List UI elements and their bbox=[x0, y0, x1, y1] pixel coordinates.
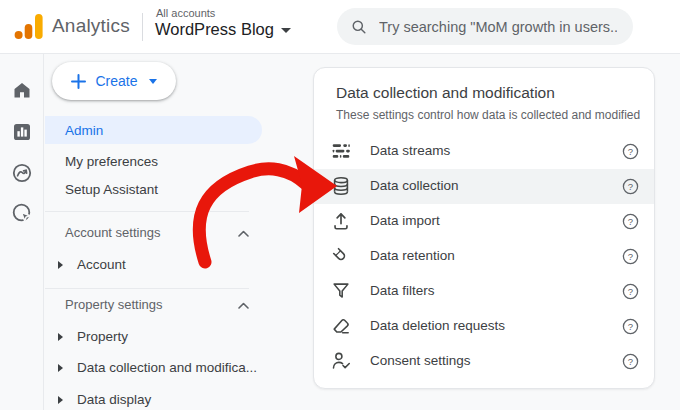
svg-text:?: ? bbox=[628, 251, 633, 262]
data-streams-icon bbox=[330, 140, 352, 162]
row-data-retention[interactable]: Data retention ? bbox=[314, 239, 654, 274]
google-analytics-logo-icon[interactable] bbox=[14, 13, 44, 40]
sidebar-item-setup-assistant[interactable]: Setup Assistant bbox=[65, 180, 158, 200]
panel-subtitle: These settings control how data is colle… bbox=[336, 108, 640, 122]
svg-text:?: ? bbox=[628, 216, 633, 227]
header-divider bbox=[142, 13, 143, 41]
search-bar[interactable] bbox=[337, 8, 633, 45]
expand-arrow-icon[interactable] bbox=[58, 396, 63, 404]
expand-arrow-icon[interactable] bbox=[58, 364, 63, 372]
sidebar-item-admin[interactable]: Admin bbox=[45, 116, 262, 144]
analytics-admin-screen: Analytics All accounts WordPress Blog bbox=[0, 0, 680, 410]
reports-icon[interactable] bbox=[10, 120, 34, 144]
expand-arrow-icon[interactable] bbox=[58, 333, 63, 341]
help-icon[interactable]: ? bbox=[622, 178, 639, 195]
svg-text:?: ? bbox=[628, 356, 633, 367]
svg-text:?: ? bbox=[628, 146, 633, 157]
chevron-up-icon[interactable] bbox=[238, 230, 249, 237]
row-label: Data retention bbox=[370, 248, 455, 263]
svg-text:?: ? bbox=[628, 181, 633, 192]
row-label: Data streams bbox=[370, 143, 450, 158]
search-icon bbox=[351, 18, 367, 36]
sidebar-item-label: Admin bbox=[65, 123, 103, 138]
sidebar-item-my-preferences[interactable]: My preferences bbox=[65, 152, 158, 172]
section-property-settings[interactable]: Property settings bbox=[65, 295, 163, 315]
left-icon-rail bbox=[0, 54, 43, 410]
row-label: Data collection bbox=[370, 178, 459, 193]
help-icon[interactable]: ? bbox=[622, 213, 639, 230]
row-data-collection[interactable]: Data collection ? bbox=[314, 169, 654, 204]
database-icon bbox=[330, 175, 352, 197]
row-data-import[interactable]: Data import ? bbox=[314, 204, 654, 239]
search-input[interactable] bbox=[377, 18, 619, 36]
help-icon[interactable]: ? bbox=[622, 283, 639, 300]
data-collection-panel: Data collection and modification These s… bbox=[313, 67, 655, 389]
nav-divider bbox=[45, 288, 249, 289]
expand-arrow-icon[interactable] bbox=[58, 261, 63, 269]
create-dropdown-icon[interactable] bbox=[149, 79, 157, 84]
panel-title: Data collection and modification bbox=[336, 84, 555, 102]
svg-text:?: ? bbox=[628, 286, 633, 297]
rail-divider bbox=[43, 54, 44, 410]
row-label: Consent settings bbox=[370, 353, 471, 368]
advertising-icon[interactable] bbox=[10, 201, 34, 225]
help-icon[interactable]: ? bbox=[622, 143, 639, 160]
sidebar-item-property[interactable]: Property bbox=[77, 327, 128, 347]
svg-text:?: ? bbox=[628, 321, 633, 332]
filter-icon bbox=[330, 280, 352, 302]
row-consent-settings[interactable]: Consent settings ? bbox=[314, 344, 654, 379]
plus-icon bbox=[71, 74, 86, 89]
sidebar-item-account[interactable]: Account bbox=[77, 255, 126, 275]
section-account-settings[interactable]: Account settings bbox=[65, 223, 160, 243]
top-bar: Analytics All accounts WordPress Blog bbox=[0, 0, 680, 54]
explore-icon[interactable] bbox=[10, 161, 34, 185]
row-label: Data import bbox=[370, 213, 440, 228]
chevron-down-icon bbox=[281, 28, 291, 33]
chevron-up-icon[interactable] bbox=[238, 302, 249, 309]
row-label: Data filters bbox=[370, 283, 435, 298]
sidebar-item-data-display[interactable]: Data display bbox=[77, 390, 151, 410]
account-switcher[interactable]: WordPress Blog bbox=[155, 20, 291, 39]
account-name: WordPress Blog bbox=[155, 20, 274, 39]
row-data-deletion-requests[interactable]: Data deletion requests ? bbox=[314, 309, 654, 344]
row-data-streams[interactable]: Data streams ? bbox=[314, 134, 654, 169]
create-button-label: Create bbox=[95, 73, 137, 89]
create-button[interactable]: Create bbox=[52, 62, 176, 100]
home-icon[interactable] bbox=[10, 78, 34, 102]
nav-divider bbox=[45, 211, 249, 212]
row-label: Data deletion requests bbox=[370, 318, 505, 333]
row-data-filters[interactable]: Data filters ? bbox=[314, 274, 654, 309]
sidebar-item-data-collection-modification[interactable]: Data collection and modifica... bbox=[77, 358, 257, 378]
magnet-icon bbox=[330, 245, 352, 267]
help-icon[interactable]: ? bbox=[622, 318, 639, 335]
help-icon[interactable]: ? bbox=[622, 248, 639, 265]
upload-icon bbox=[330, 210, 352, 232]
person-check-icon bbox=[330, 350, 352, 372]
app-name: Analytics bbox=[52, 15, 130, 37]
eraser-icon bbox=[330, 315, 352, 337]
account-scope-label: All accounts bbox=[156, 7, 215, 19]
help-icon[interactable]: ? bbox=[622, 353, 639, 370]
